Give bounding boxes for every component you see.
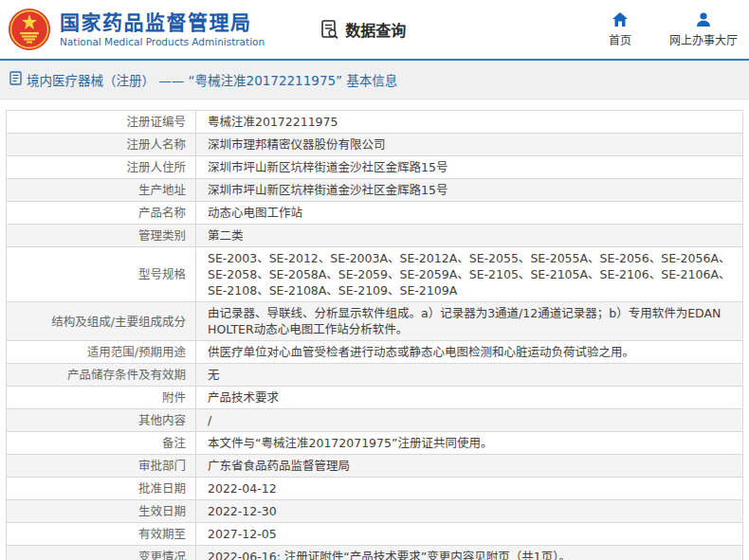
national-emblem-icon [8, 8, 51, 51]
data-query-icon [320, 19, 340, 40]
row-value: / [196, 409, 742, 431]
row-value: 产品技术要求 [196, 387, 742, 408]
document-icon [9, 71, 22, 89]
row-label: 生效日期 [7, 500, 196, 522]
row-value: 第二类 [196, 225, 742, 246]
table-row-registrant-name: 注册人名称 深圳市理邦精密仪器股份有限公司 [7, 134, 742, 156]
row-label: 管理类别 [7, 225, 196, 246]
table-row-other-content: 其他内容 / [7, 409, 742, 432]
table-row-registration-number: 注册证编号 粤械注准20172211975 [7, 111, 742, 134]
row-value: 深圳市坪山新区坑梓街道金沙社区金辉路15号 [196, 156, 742, 178]
row-value: 2022-12-30 [196, 500, 742, 522]
row-value: 深圳市坪山新区坑梓街道金沙社区金辉路15号 [196, 179, 742, 201]
table-row-remarks: 备注 本文件与“粤械注准20172071975”注册证共同使用。 [7, 432, 742, 455]
table-row-structure-composition: 结构及组成/主要组成成分 由记录器、导联线、分析显示软件组成。a）记录器为3通道… [7, 302, 742, 341]
row-value: 本文件与“粤械注准20172071975”注册证共同使用。 [196, 432, 742, 454]
table-row-approval-department: 审批部门 广东省食品药品监督管理局 [7, 455, 742, 478]
row-value: 由记录器、导联线、分析显示软件组成。a）记录器为3通道/12通道记录器；b）专用… [196, 302, 742, 340]
row-label: 注册人住所 [7, 156, 196, 178]
table-row-effective-date: 生效日期 2022-12-30 [7, 500, 742, 523]
nav-data-query[interactable]: 数据查询 [320, 18, 406, 41]
row-value: 无 [196, 364, 742, 386]
row-label: 批准日期 [7, 478, 196, 499]
row-label: 其他内容 [7, 409, 196, 431]
row-label: 注册证编号 [7, 111, 196, 133]
agency-name-english: National Medical Products Administration [60, 36, 265, 47]
row-label: 审批部门 [7, 455, 196, 477]
table-row-production-address: 生产地址 深圳市坪山新区坑梓街道金沙社区金辉路15号 [7, 179, 742, 202]
table-row-storage-conditions: 产品储存条件及有效期 无 [7, 364, 742, 387]
nav-home[interactable]: 首页 [609, 11, 631, 47]
row-value: 动态心电图工作站 [196, 202, 742, 224]
registration-info-table: 注册证编号 粤械注准20172211975 注册人名称 深圳市理邦精密仪器股份有… [6, 110, 743, 560]
table-row-registrant-address: 注册人住所 深圳市坪山新区坑梓街道金沙社区金辉路15号 [7, 156, 742, 179]
row-value: 粤械注准20172211975 [196, 111, 742, 133]
row-value: SE-2003、SE-2012、SE-2003A、SE-2012A、SE-205… [196, 247, 742, 301]
nav-service-hall[interactable]: 网上办事大厅 [669, 11, 738, 47]
table-row-expiry-date: 有效期至 2027-12-05 [7, 523, 742, 546]
row-label: 适用范围/预期用途 [7, 341, 196, 363]
table-row-change-info: 变更情况 2022-06-16: 注册证附件“产品技术要求”变更内容见附页（共1… [7, 546, 742, 560]
row-label: 产品名称 [7, 202, 196, 224]
nav-data-query-label: 数据查询 [345, 18, 406, 41]
person-icon [695, 11, 712, 27]
row-label: 型号规格 [7, 247, 196, 301]
row-label: 生产地址 [7, 179, 196, 201]
home-icon [612, 11, 629, 27]
table-row-product-name: 产品名称 动态心电图工作站 [7, 202, 742, 225]
row-label: 产品储存条件及有效期 [7, 364, 196, 386]
table-row-model-spec: 型号规格 SE-2003、SE-2012、SE-2003A、SE-2012A、S… [7, 247, 742, 302]
row-value: 供医疗单位对心血管受检者进行动态或静态心电图检测和心脏运动负荷试验之用。 [196, 341, 742, 363]
row-value: 深圳市理邦精密仪器股份有限公司 [196, 134, 742, 155]
table-row-intended-use: 适用范围/预期用途 供医疗单位对心血管受检者进行动态或静态心电图检测和心脏运动负… [7, 341, 742, 364]
row-value: 2022-04-12 [196, 478, 742, 499]
table-row-management-class: 管理类别 第二类 [7, 225, 742, 247]
nav-service-hall-label: 网上办事大厅 [669, 31, 738, 47]
row-value: 广东省食品药品监督管理局 [196, 455, 742, 477]
row-label: 附件 [7, 387, 196, 408]
row-label: 备注 [7, 432, 196, 454]
row-label: 注册人名称 [7, 134, 196, 155]
breadcrumb-bar: 境内医疗器械（注册） —— “粤械注准20172211975” 基本信息 [0, 61, 749, 99]
nmpa-logo[interactable]: 国家药品监督管理局 National Medical Products Admi… [8, 8, 265, 51]
row-value: 2027-12-05 [196, 523, 742, 545]
agency-name: 国家药品监督管理局 [60, 11, 265, 34]
row-label: 有效期至 [7, 523, 196, 545]
table-row-approval-date: 批准日期 2022-04-12 [7, 478, 742, 500]
nav-home-label: 首页 [609, 31, 631, 47]
page-title: 境内医疗器械（注册） —— “粤械注准20172211975” 基本信息 [27, 70, 397, 89]
logo-text: 国家药品监督管理局 National Medical Products Admi… [60, 11, 265, 47]
row-value: 2022-06-16: 注册证附件“产品技术要求”变更内容见附页（共1页）。 [196, 546, 742, 560]
page-header: 国家药品监督管理局 National Medical Products Admi… [0, 0, 749, 61]
table-row-attachment: 附件 产品技术要求 [7, 387, 742, 409]
row-label: 结构及组成/主要组成成分 [7, 302, 196, 340]
row-label: 变更情况 [7, 546, 196, 560]
